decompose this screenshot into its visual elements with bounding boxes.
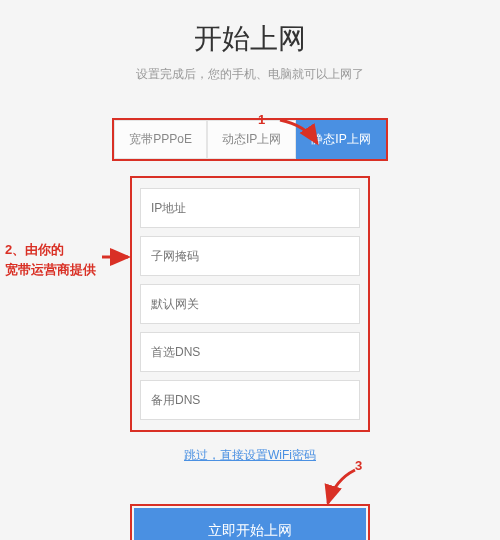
skip-link[interactable]: 跳过，直接设置WiFi密码 bbox=[0, 447, 500, 464]
start-internet-button[interactable]: 立即开始上网 bbox=[134, 508, 366, 540]
subnet-mask-field[interactable] bbox=[140, 236, 360, 276]
arrow-icon bbox=[100, 247, 135, 267]
page-subtitle: 设置完成后，您的手机、电脑就可以上网了 bbox=[0, 66, 500, 83]
tab-pppoe[interactable]: 宽带PPPoE bbox=[114, 120, 207, 159]
secondary-dns-field[interactable] bbox=[140, 380, 360, 420]
arrow-icon bbox=[275, 115, 325, 155]
static-ip-form bbox=[130, 176, 370, 432]
default-gateway-field[interactable] bbox=[140, 284, 360, 324]
arrow-icon bbox=[320, 465, 360, 510]
annotation-step-2: 2、由你的 宽带运营商提供 bbox=[5, 240, 96, 279]
annotation-step-1: 1 bbox=[258, 112, 265, 127]
primary-dns-field[interactable] bbox=[140, 332, 360, 372]
ip-address-field[interactable] bbox=[140, 188, 360, 228]
page-title: 开始上网 bbox=[0, 20, 500, 58]
connection-type-tabs: 宽带PPPoE 动态IP上网 静态IP上网 bbox=[112, 118, 387, 161]
